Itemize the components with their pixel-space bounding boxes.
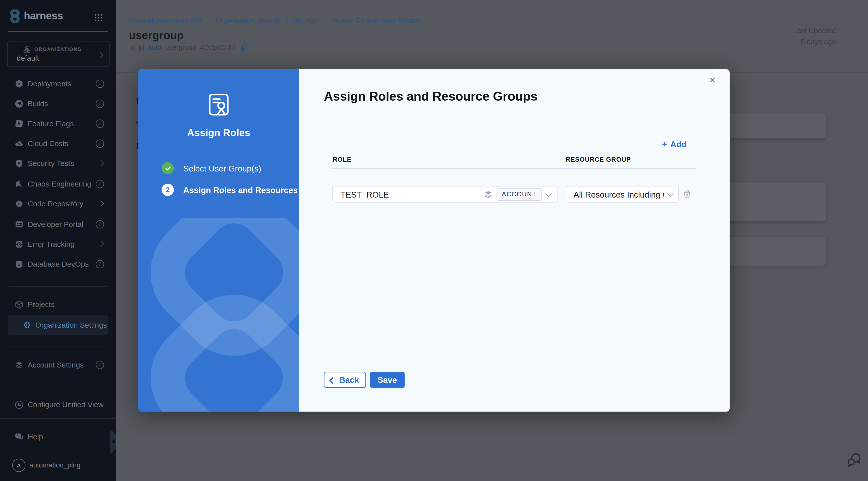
gear-icon: ⚙ (22, 320, 31, 330)
role-column-header: ROLE (333, 156, 352, 163)
assign-roles-modal: Assign Roles Select User Group(s) 2 Assi… (138, 69, 730, 412)
add-role-button[interactable]: + Add (662, 139, 686, 149)
app-grid-icon[interactable] (93, 13, 103, 23)
wrench-circle-icon (14, 400, 24, 409)
chevron-down-icon (667, 190, 674, 197)
sidebar-item-account-settings[interactable]: Account Settings i (0, 357, 116, 372)
info-icon[interactable]: i (96, 119, 104, 128)
modal-content-panel: × Assign Roles and Resource Groups + Add… (299, 69, 730, 412)
org-selector-label: ORGANIZATIONS (34, 46, 82, 52)
modal-title: Assign Roles and Resource Groups (324, 89, 537, 104)
plus-icon: + (662, 139, 668, 149)
sidebar-item-organization-settings[interactable]: ⚙ Organization Settings (8, 315, 108, 334)
assign-roles-badge-icon (206, 92, 231, 117)
help-chat-icon: ? (14, 432, 24, 441)
info-icon[interactable]: i (96, 139, 104, 147)
last-updated-label: Last Updated (793, 25, 836, 36)
chevron-left-icon (330, 377, 336, 383)
sidebar-item-security-tests[interactable]: Security Tests (0, 156, 116, 170)
cloud-costs-icon: $ (14, 138, 24, 148)
sidebar-item-feature-flags[interactable]: ⚑ Feature Flags i (0, 116, 116, 131)
chevron-right-icon (97, 52, 103, 58)
table-header-divider (332, 168, 696, 169)
chevron-right-icon (97, 160, 103, 166)
organization-selector[interactable]: ORGANIZATIONS default (7, 41, 110, 67)
breadcrumb-organization[interactable]: Organization: default (216, 17, 279, 24)
breadcrumb-settings[interactable]: Settings (292, 17, 318, 24)
sidebar: harness ORGANIZATIONS default (0, 0, 116, 481)
svg-text:$: $ (18, 142, 20, 146)
harness-watermark (138, 218, 299, 412)
svg-text:?: ? (17, 434, 19, 438)
chevron-right-icon (322, 18, 327, 23)
sidebar-divider (8, 346, 108, 347)
breadcrumb-access-control[interactable]: Access Control: User Groups (331, 17, 421, 24)
logo-text: harness (24, 10, 63, 22)
sidebar-item-error-tracking[interactable]: Error Tracking (0, 237, 116, 251)
chevron-right-icon (97, 200, 103, 206)
resource-group-column-header: RESOURCE GROUP (566, 156, 631, 163)
chevron-down-icon (546, 190, 552, 197)
chevron-right-icon (207, 18, 211, 23)
info-icon[interactable]: i (96, 220, 104, 228)
app-root: Account: AutomationNG Organization: defa… (0, 0, 868, 481)
page-title: usergroup (129, 29, 184, 42)
wizard-step-select-user-groups[interactable]: Select User Group(s) (162, 162, 261, 174)
info-icon[interactable]: i (96, 260, 104, 268)
last-updated-value: 5 days ago (793, 36, 836, 47)
svg-text:</>: </> (17, 202, 21, 205)
feature-flags-icon: ⚑ (14, 119, 24, 128)
scope-tag: ACCOUNT (496, 188, 542, 200)
svg-text:⚑: ⚑ (17, 122, 21, 126)
sidebar-divider (8, 286, 108, 287)
chat-widget-icon[interactable] (845, 451, 863, 468)
sidebar-item-deployments[interactable]: ∞ Deployments i (0, 76, 116, 91)
wizard-panel: Assign Roles Select User Group(s) 2 Assi… (138, 69, 299, 412)
step-number-badge: 2 (162, 184, 174, 196)
sidebar-item-projects[interactable]: Projects (0, 297, 116, 312)
account-settings-icon (14, 360, 24, 369)
info-icon[interactable]: i (96, 99, 104, 108)
sidebar-item-chaos-engineering[interactable]: Chaos Engineering i (0, 177, 116, 191)
sidebar-item-builds[interactable]: Builds i (0, 96, 116, 111)
copy-icon[interactable] (239, 44, 247, 52)
info-icon[interactable]: i (96, 79, 104, 88)
logo: harness (8, 9, 63, 23)
save-button[interactable]: Save (370, 372, 405, 388)
back-button[interactable]: Back (324, 372, 366, 388)
breadcrumb-account[interactable]: Account: AutomationNG (128, 17, 202, 24)
org-hierarchy-icon (23, 46, 31, 53)
role-select[interactable]: TEST_ROLE ACCOUNT (332, 186, 558, 202)
info-icon[interactable]: i (96, 360, 104, 369)
sidebar-item-help[interactable]: ? Help (0, 429, 116, 444)
deployments-icon: ∞ (14, 79, 24, 88)
info-icon[interactable]: i (96, 180, 104, 188)
svg-text:∞: ∞ (18, 263, 20, 267)
sidebar-item-cloud-costs[interactable]: $ Cloud Costs i (0, 136, 116, 150)
sidebar-item-developer-portal[interactable]: Developer Portal i (0, 217, 116, 231)
wizard-step-assign-roles[interactable]: 2 Assign Roles and Resources (162, 184, 298, 196)
code-repository-icon: </> (14, 199, 24, 208)
scope-layers-icon (484, 190, 492, 199)
developer-portal-icon (14, 219, 24, 229)
org-selector-value: default (17, 54, 39, 63)
svg-text:∞: ∞ (18, 82, 20, 86)
wizard-title: Assign Roles (138, 127, 299, 139)
security-tests-icon (14, 158, 24, 168)
error-tracking-icon (14, 239, 24, 249)
sidebar-item-database-devops[interactable]: ∞ Database DevOps i (0, 257, 116, 271)
sidebar-item-configure-unified-view[interactable]: Configure Unified View (0, 397, 116, 412)
sidebar-user[interactable]: A automation_plng (0, 458, 116, 473)
database-devops-icon: ∞ (14, 259, 24, 268)
breadcrumb: Account: AutomationNG Organization: defa… (128, 17, 421, 24)
entity-id: Id: pl_auto_usergroup_4D7bcClJj7 (129, 44, 236, 52)
resource-group-select[interactable]: All Resources Including C... (566, 186, 679, 202)
close-icon[interactable]: × (705, 73, 719, 87)
builds-icon (14, 99, 24, 108)
last-updated: Last Updated 5 days ago (793, 25, 836, 47)
chevron-right-icon (284, 18, 288, 23)
entity-id-row: Id: pl_auto_usergroup_4D7bcClJj7 (129, 44, 247, 52)
chaos-engineering-icon (14, 179, 24, 188)
sidebar-item-code-repository[interactable]: </> Code Repository (0, 196, 116, 211)
delete-row-trash-icon[interactable] (682, 189, 692, 199)
